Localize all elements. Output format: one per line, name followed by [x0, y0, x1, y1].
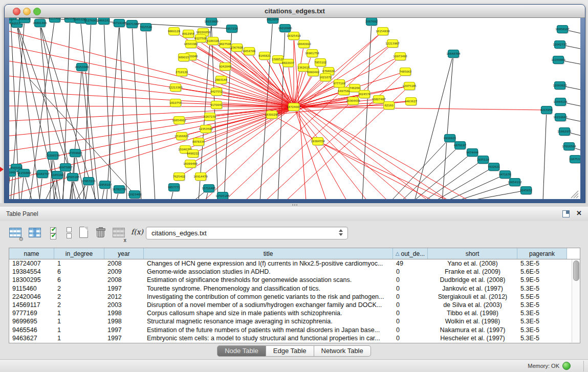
table-row[interactable]: 977716911998Corpus callosum shape and si… [9, 309, 580, 317]
graph-node[interactable]: 16961758 [305, 50, 319, 58]
graph-node[interactable]: 18640910 [297, 40, 311, 49]
graph-node[interactable]: 3624574 [358, 91, 371, 99]
graph-node[interactable]: 8215958 [540, 106, 553, 115]
graph-node[interactable]: 8813054 [267, 18, 279, 24]
tab-edge-table[interactable]: Edge Table [266, 345, 314, 357]
graph-node[interactable]: 12923468 [127, 191, 142, 200]
graph-node[interactable]: 15166823 [175, 133, 188, 141]
graph-node[interactable]: 15276002 [84, 18, 98, 25]
graph-node[interactable]: 16543382 [184, 40, 198, 49]
graph-node[interactable]: 12213967 [385, 40, 399, 49]
graph-node[interactable]: 7632621 [488, 163, 500, 172]
column-header-year[interactable]: year [104, 248, 144, 259]
graph-node[interactable]: 1167533 [569, 156, 580, 164]
graph-node[interactable]: 19218986 [278, 25, 292, 33]
graph-node[interactable]: 11156869 [17, 169, 31, 178]
graph-edge[interactable] [294, 107, 547, 110]
graph-node[interactable]: 19384554 [311, 138, 325, 146]
graph-edge[interactable] [543, 110, 547, 199]
graph-node[interactable]: 2718120 [176, 69, 188, 77]
graph-node[interactable]: 10958107 [98, 181, 112, 190]
graph-edge[interactable] [206, 107, 294, 129]
graph-edge[interactable] [401, 145, 460, 199]
graph-node[interactable]: 17957233 [81, 178, 95, 186]
graph-node[interactable]: 9474444 [466, 149, 479, 158]
graph-node[interactable]: 12093822 [553, 82, 567, 91]
graph-node[interactable]: 12505185 [66, 173, 79, 182]
column-header-out_de[interactable]: △out_de... [393, 248, 428, 259]
column-header-in_degree[interactable]: in_degree [54, 248, 104, 259]
graph-edge[interactable] [9, 106, 294, 107]
graph-node[interactable]: 915940 [9, 169, 16, 178]
graph-node[interactable]: 8878334 [192, 138, 205, 147]
table-row[interactable]: 2242004622012Investigating the contribut… [9, 293, 580, 301]
graph-node[interactable]: 10975887 [58, 164, 72, 172]
graph-node[interactable]: 18300295 [265, 111, 278, 120]
close-panel-icon[interactable]: ✕ [576, 209, 582, 217]
graph-node[interactable]: 9827508 [219, 40, 232, 49]
graph-node[interactable]: 18325419 [287, 32, 301, 41]
graph-node[interactable]: 10719195 [112, 19, 126, 28]
tab-network-table[interactable]: Network Table [314, 345, 371, 357]
graph-node[interactable]: 8427552 [210, 88, 223, 97]
graph-node[interactable]: 9115460 [49, 18, 61, 23]
graph-node[interactable]: 15716485 [202, 185, 215, 193]
column-header-pagerank[interactable]: pagerank [517, 248, 567, 259]
graph-node[interactable]: 9245652 [520, 187, 532, 195]
graph-node[interactable]: 20364436 [346, 97, 360, 106]
graph-node[interactable]: 16033809 [204, 18, 219, 26]
graph-node[interactable]: 20206576 [46, 152, 60, 161]
memory-ok-indicator[interactable] [562, 362, 571, 370]
graph-node[interactable]: 16099489 [183, 160, 198, 169]
graph-edge[interactable] [446, 174, 505, 199]
delete-column-button[interactable]: x [112, 226, 126, 240]
graph-edge[interactable] [318, 141, 434, 199]
table-combobox[interactable]: citations_edges.txt [146, 227, 348, 239]
graph-node[interactable]: 9146821 [258, 52, 271, 61]
graph-node[interactable]: 1810754 [169, 99, 182, 108]
vertical-scrollbar[interactable] [572, 259, 580, 342]
graph-node[interactable]: 7485063 [399, 68, 411, 77]
network-canvas[interactable]: 1872400798601298912954182260589127508818… [9, 17, 580, 199]
graph-node[interactable]: 7625402 [173, 173, 185, 182]
panel-splitter[interactable] [0, 203, 588, 207]
graph-edge[interactable] [294, 36, 306, 199]
graph-node[interactable]: 9777169 [333, 80, 346, 89]
graph-node[interactable]: 8454749 [243, 48, 256, 56]
graph-edge[interactable] [435, 167, 494, 199]
table-row[interactable]: 1456911722003Disruption of a novel membe… [9, 301, 580, 309]
graph-node[interactable]: 17359924 [68, 149, 82, 158]
graph-node[interactable]: 2367608 [231, 44, 244, 53]
graph-edge[interactable] [456, 182, 515, 199]
graph-node[interactable]: 8822037 [282, 59, 294, 68]
graph-node[interactable]: 62160 [384, 102, 396, 111]
graph-node[interactable]: 2087682 [365, 18, 378, 26]
graph-node[interactable]: 10654112 [508, 179, 521, 187]
graph-node[interactable]: 2935114 [477, 156, 490, 165]
graph-node[interactable]: 989015 [179, 54, 190, 62]
graph-node[interactable]: 2803144 [215, 76, 228, 85]
graph-node[interactable]: 20891406 [33, 19, 47, 28]
graph-node[interactable]: 12353594 [199, 125, 213, 134]
column-header-name[interactable]: name [9, 248, 54, 259]
graph-node[interactable]: 8938923 [444, 135, 456, 143]
graph-node[interactable]: 8990442 [307, 69, 319, 77]
table-row[interactable]: 1830029562008Estimation of significance … [9, 276, 580, 284]
resize-grip-icon[interactable] [571, 191, 578, 198]
graph-node[interactable]: 10958107 [555, 26, 569, 34]
graph-node[interactable]: 11156869 [551, 56, 565, 65]
graph-node[interactable]: 12975185 [402, 82, 416, 91]
float-panel-icon[interactable] [562, 210, 570, 217]
graph-edge[interactable] [63, 18, 70, 199]
graph-edge[interactable] [278, 59, 326, 199]
graph-node[interactable]: 16648784 [446, 50, 461, 59]
graph-node[interactable]: 13444134 [553, 98, 568, 107]
graph-node[interactable]: 16210643 [553, 114, 567, 122]
graph-node[interactable]: 12213363 [168, 84, 182, 93]
graph-node[interactable]: 9466161 [98, 18, 110, 25]
graph-node[interactable]: 1145194 [51, 171, 64, 180]
graph-edge[interactable] [415, 54, 453, 199]
deselect-all-button[interactable] [62, 226, 77, 240]
graph-node[interactable]: 9857771 [168, 184, 180, 192]
graph-edge[interactable] [199, 107, 294, 142]
